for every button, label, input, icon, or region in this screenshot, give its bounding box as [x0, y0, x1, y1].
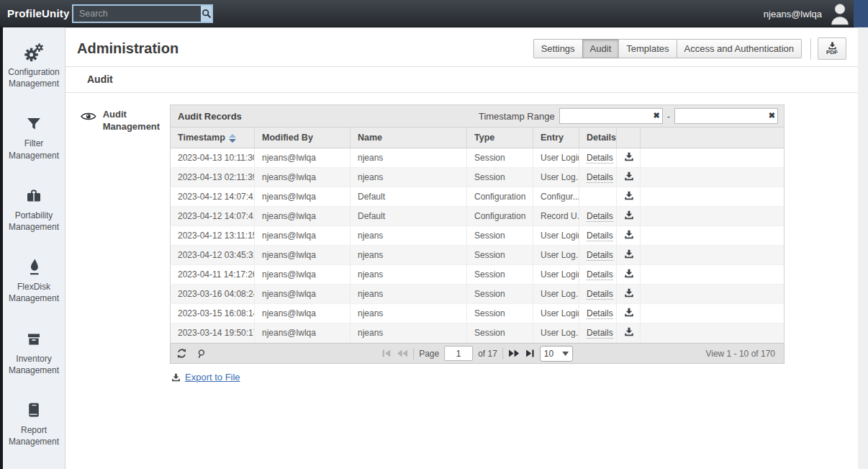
- scrollbar-gutter[interactable]: [858, 27, 868, 469]
- tab-templates[interactable]: Templates: [618, 39, 676, 58]
- table-row[interactable]: 2023-04-13 10:11:30 njeans@lwlqa njeans …: [171, 148, 785, 168]
- avatar[interactable]: [829, 2, 851, 26]
- sidebar-item-inventory-management[interactable]: Inventory Management: [4, 329, 64, 376]
- table-row[interactable]: 2023-03-15 16:08:14 njeans@lwlqa njeans …: [171, 304, 785, 323]
- cell-type: Session: [467, 246, 533, 265]
- download-icon[interactable]: [624, 230, 634, 241]
- cell-modified-by: njeans@lwlqa: [255, 246, 351, 265]
- details-link[interactable]: Details: [587, 250, 613, 261]
- cell-name: Default: [351, 187, 467, 207]
- download-icon[interactable]: [624, 171, 634, 183]
- timestamp-range-to-input[interactable]: [674, 108, 778, 124]
- sidebar-item-filter-management[interactable]: Filter Management: [4, 113, 64, 161]
- details-link[interactable]: Details: [587, 172, 613, 183]
- clear-icon[interactable]: ✖: [769, 110, 775, 121]
- col-header-modified-by[interactable]: Modified By: [255, 128, 351, 148]
- details-link[interactable]: Details: [587, 231, 613, 241]
- audit-management-rail[interactable]: Audit Management: [76, 104, 170, 383]
- cell-download: [617, 226, 641, 246]
- details-link[interactable]: Details: [587, 153, 613, 164]
- page-title: Administration: [77, 40, 178, 57]
- global-search: [72, 4, 213, 23]
- table-row[interactable]: 2023-04-12 13:11:15 njeans@lwlqa njeans …: [171, 226, 785, 246]
- table-row[interactable]: 2023-04-12 14:07:41 njeans@lwlqa Default…: [171, 187, 785, 207]
- timestamp-range-from-input[interactable]: [559, 108, 663, 124]
- export-pdf-button[interactable]: PDF: [818, 37, 846, 60]
- cell-entry: User Log...: [533, 246, 579, 265]
- tab-settings[interactable]: Settings: [533, 39, 582, 58]
- table-row[interactable]: 2023-04-12 03:45:31 njeans@lwlqa njeans …: [171, 246, 785, 265]
- audit-records-table: Timestamp Modified By Name Type Entry De…: [170, 127, 785, 343]
- cell-type: Session: [467, 304, 533, 323]
- table-row[interactable]: 2023-04-11 14:17:26 njeans@lwlqa njeans …: [171, 265, 785, 285]
- cell-type: Session: [467, 148, 533, 168]
- clear-icon[interactable]: ✖: [653, 110, 659, 121]
- user-area[interactable]: njeans@lwlqa: [764, 0, 851, 27]
- download-icon[interactable]: [624, 249, 634, 261]
- download-icon[interactable]: [624, 191, 634, 202]
- sidebar-item-flexdisk-management[interactable]: FlexDisk Management: [4, 256, 64, 304]
- section-title: Audit: [65, 67, 858, 92]
- table-row[interactable]: 2023-04-13 02:11:39 njeans@lwlqa njeans …: [171, 168, 785, 187]
- search-button[interactable]: [201, 6, 212, 22]
- download-icon[interactable]: [624, 327, 634, 339]
- download-icon[interactable]: [624, 308, 634, 319]
- download-icon[interactable]: [624, 269, 634, 280]
- col-header-name[interactable]: Name: [351, 128, 467, 148]
- cell-entry: User Log...: [533, 285, 579, 304]
- pdf-label: PDF: [826, 49, 838, 55]
- prev-page-button[interactable]: [397, 349, 408, 358]
- tab-audit[interactable]: Audit: [582, 39, 619, 58]
- cell-details: Details: [579, 246, 617, 265]
- cell-name: njeans: [351, 226, 467, 246]
- cell-timestamp: 2023-03-14 19:50:17: [171, 323, 255, 343]
- details-link[interactable]: Details: [587, 211, 613, 222]
- cell-filler: [641, 246, 785, 265]
- details-link[interactable]: Details: [587, 328, 613, 339]
- table-row[interactable]: 2023-04-12 14:07:41 njeans@lwlqa Default…: [171, 207, 785, 226]
- cell-timestamp: 2023-03-15 16:08:14: [171, 304, 255, 323]
- search-input[interactable]: [73, 6, 201, 22]
- cell-type: Configuration: [467, 207, 533, 226]
- export-to-file-link[interactable]: Export to File: [185, 372, 240, 383]
- sidebar-item-portability-management[interactable]: Portability Management: [4, 185, 64, 233]
- col-header-type[interactable]: Type: [467, 128, 533, 148]
- cell-timestamp: 2023-04-12 14:07:41: [171, 187, 255, 207]
- last-page-button[interactable]: [525, 349, 535, 358]
- download-icon[interactable]: [624, 288, 634, 300]
- details-link[interactable]: Details: [587, 308, 613, 319]
- tab-access-and-authentication[interactable]: Access and Authentication: [677, 39, 803, 58]
- range-to-wrap: ✖: [674, 108, 778, 124]
- download-icon[interactable]: [624, 210, 634, 222]
- cell-details: Details: [579, 148, 617, 168]
- sidebar-item-configuration-management[interactable]: Configuration Management: [4, 42, 64, 89]
- download-icon: [171, 373, 181, 382]
- sidebar-item-report-management[interactable]: Report Management: [4, 400, 64, 447]
- page-of-label: of 17: [478, 349, 497, 359]
- refresh-button[interactable]: [176, 348, 187, 359]
- table-row[interactable]: 2023-03-14 19:50:17 njeans@lwlqa njeans …: [171, 323, 785, 343]
- first-page-button[interactable]: [381, 349, 392, 358]
- cell-modified-by: njeans@lwlqa: [255, 226, 351, 246]
- page-number-input[interactable]: [444, 346, 473, 361]
- col-header-timestamp[interactable]: Timestamp: [171, 128, 255, 148]
- download-icon[interactable]: [624, 152, 634, 164]
- cell-details: Details: [579, 207, 617, 226]
- table-row[interactable]: 2023-03-16 04:08:24 njeans@lwlqa njeans …: [171, 285, 785, 304]
- sort-icon[interactable]: [229, 134, 236, 143]
- details-link[interactable]: Details: [587, 269, 613, 280]
- details-link[interactable]: Details: [587, 289, 613, 300]
- flexdisk-icon: [25, 256, 42, 278]
- col-header-entry[interactable]: Entry: [533, 128, 579, 148]
- cell-filler: [641, 265, 785, 285]
- view-status: View 1 - 10 of 170: [705, 349, 778, 359]
- next-page-button[interactable]: [508, 349, 520, 358]
- cell-name: njeans: [351, 246, 467, 265]
- page-size-select[interactable]: 10: [540, 346, 573, 362]
- cell-download: [617, 323, 641, 343]
- cell-details: [579, 187, 617, 207]
- cell-name: Default: [351, 207, 467, 226]
- col-header-details[interactable]: Details: [579, 128, 617, 148]
- zoom-search-button[interactable]: [196, 349, 206, 359]
- sidebar-item-label: Filter Management: [4, 138, 64, 161]
